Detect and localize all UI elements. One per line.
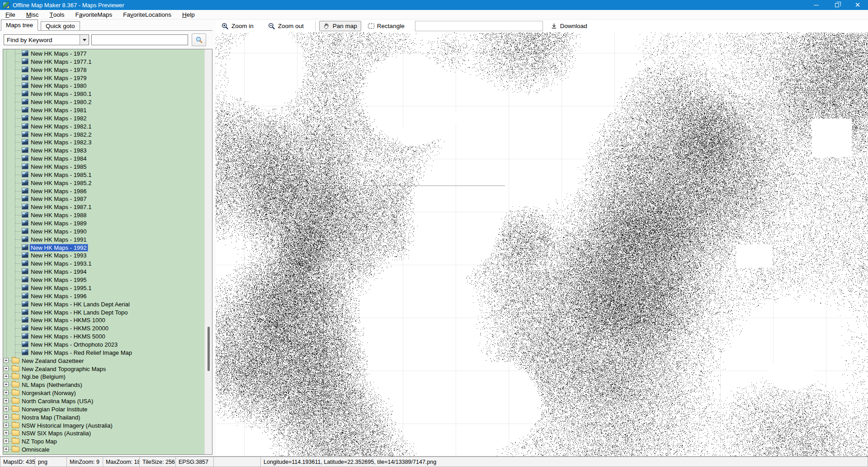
tree-item[interactable]: New HK Maps - 1992 (3, 243, 204, 252)
expand-plus-icon[interactable]: + (4, 358, 9, 363)
combo-arrow-button[interactable] (80, 35, 89, 45)
tree-item-label[interactable]: New HK Maps - 1995.1 (29, 284, 93, 292)
tree-item-label[interactable]: New HK Maps - 1982.2 (29, 131, 93, 138)
tree-item[interactable]: New HK Maps - 1987.1 (3, 203, 204, 211)
tree-item[interactable]: +NL Maps (Netherlands) (3, 381, 204, 389)
minimize-button[interactable] (806, 0, 826, 10)
tree-item-label[interactable]: New HK Maps - Orthophoto 2023 (29, 341, 119, 348)
tree-item[interactable]: New HK Maps - 1982.3 (3, 138, 204, 146)
tree-item-label[interactable]: New HK Maps - HKMS 5000 (29, 333, 107, 340)
tree-item-label[interactable]: NSW SIX Maps (Australia) (20, 429, 92, 437)
tree-item-label[interactable]: New HK Maps - 1991 (29, 236, 88, 243)
expand-plus-icon[interactable]: + (4, 423, 9, 428)
tree-item[interactable]: New HK Maps - 1980 (3, 81, 204, 90)
tree-item[interactable]: New HK Maps - HK Lands Dept Topo (3, 308, 204, 316)
tree-item-label[interactable]: New HK Maps - 1982.3 (29, 138, 93, 146)
tree-item[interactable]: New HK Maps - 1983 (3, 146, 204, 154)
tree-item[interactable]: +North Carolina Maps (USA) (3, 397, 204, 405)
tree-item[interactable]: New HK Maps - 1991 (3, 235, 204, 243)
keyword-filter-select[interactable]: Find by Keyword (4, 34, 89, 45)
tree-scrollbar[interactable] (204, 49, 212, 454)
tree-item-label[interactable]: New Zealand Topographic Maps (20, 365, 107, 373)
tree-item-label[interactable]: New HK Maps - 1993 (29, 252, 88, 259)
tree-item-label[interactable]: New HK Maps - HKMS 1000 (29, 316, 107, 324)
tree-item[interactable]: +Omniscale (3, 445, 204, 453)
tree-item[interactable]: New HK Maps - 1995 (3, 276, 204, 284)
tree-item[interactable]: New HK Maps - 1977 (3, 49, 204, 57)
zoom-in-button[interactable]: Zoom in (217, 21, 258, 32)
tree-item-label[interactable]: New HK Maps - 1983 (29, 147, 88, 154)
tree-item[interactable]: New HK Maps - Orthophoto 2023 (3, 340, 204, 348)
tree-item-label[interactable]: New HK Maps - 1984 (29, 155, 88, 162)
tree-item[interactable]: +NSW Historical Imagery (Australia) (3, 421, 204, 429)
tree-item[interactable]: New HK Maps - 1993 (3, 251, 204, 259)
tree-item[interactable]: +NZ Topo Map (3, 437, 204, 445)
toolbar-input[interactable] (415, 21, 543, 31)
tree-item[interactable]: +Ngi.be (Belgium) (3, 372, 204, 381)
tree-item-label[interactable]: NL Maps (Netherlands) (20, 381, 84, 389)
tree-item-label[interactable]: New HK Maps - 1986 (29, 187, 88, 195)
expand-plus-icon[interactable]: + (4, 406, 9, 411)
tree-item[interactable]: New HK Maps - 1985.1 (3, 171, 204, 179)
tree-item-label[interactable]: New HK Maps - 1985.2 (29, 179, 93, 187)
tree-item[interactable]: New HK Maps - 1994 (3, 267, 204, 276)
menu-item-favoritemaps[interactable]: FavoriteMaps (70, 10, 118, 19)
tree-item-label[interactable]: New HK Maps - 1994 (29, 268, 88, 276)
tree-item-label[interactable]: New HK Maps - 1987 (29, 195, 88, 203)
tree-item-label[interactable]: New HK Maps - 1996 (29, 292, 88, 300)
tree-item[interactable]: New HK Maps - 1982 (3, 114, 204, 122)
tree-item-label[interactable]: Ngi.be (Belgium) (20, 373, 67, 381)
tree-item-label[interactable]: New HK Maps - 1981 (29, 106, 88, 114)
tree-item-label[interactable]: New HK Maps - 1977.1 (29, 58, 93, 66)
tree-item[interactable]: New HK Maps - HKMS 20000 (3, 324, 204, 332)
tree-item-label-selected[interactable]: New HK Maps - 1992 (29, 244, 88, 252)
search-button[interactable] (192, 33, 206, 46)
tree-item-label[interactable]: New HK Maps - 1985.1 (29, 171, 93, 179)
tree-item-label[interactable]: New HK Maps - 1980.2 (29, 98, 93, 106)
tree-item[interactable]: New HK Maps - 1982.1 (3, 122, 204, 130)
tree-item-label[interactable]: New HK Maps - 1993.1 (29, 260, 93, 267)
expand-plus-icon[interactable]: + (4, 374, 9, 379)
close-button[interactable]: ✕ (847, 0, 868, 10)
menu-item-file[interactable]: File (0, 10, 21, 19)
tree-item-label[interactable]: NZ Topo Map (20, 438, 58, 445)
map-preview-area[interactable] (216, 33, 868, 456)
tree-item-label[interactable]: New HK Maps - HK Lands Dept Topo (29, 309, 129, 316)
tree-item[interactable]: +Norgeskart (Norway) (3, 389, 204, 397)
expand-plus-icon[interactable]: + (4, 382, 9, 387)
tab-maps-tree[interactable]: Maps tree (1, 19, 38, 31)
tab-quick-goto[interactable]: Quick goto (41, 21, 80, 31)
tree-item-label[interactable]: Norwegian Polar Institute (20, 405, 89, 413)
tree-item-label[interactable]: New HK Maps - 1982.1 (29, 123, 93, 130)
tree-item-label[interactable]: New HK Maps - 1995 (29, 276, 88, 284)
tree-item[interactable]: New HK Maps - HKMS 1000 (3, 316, 204, 324)
menu-item-tools[interactable]: Tools (44, 10, 70, 19)
tree-item[interactable]: New HK Maps - 1990 (3, 227, 204, 235)
tree-item[interactable]: New HK Maps - 1980.2 (3, 98, 204, 106)
menu-item-favoritelocations[interactable]: FavoriteLocations (118, 10, 177, 19)
tree-item-label[interactable]: New HK Maps - 1989 (29, 219, 88, 227)
menu-item-misc[interactable]: Misc (21, 10, 44, 19)
tree-item[interactable]: New HK Maps - 1977.1 (3, 57, 204, 66)
restore-button[interactable] (826, 0, 847, 10)
tree-item[interactable]: New HK Maps - 1989 (3, 219, 204, 227)
tree-item[interactable]: New HK Maps - 1995.1 (3, 284, 204, 292)
tree-item-label[interactable]: New HK Maps - HK Lands Dept Aerial (29, 300, 131, 308)
tree-item[interactable]: New HK Maps - 1981 (3, 106, 204, 114)
tree-item[interactable]: New HK Maps - 1985 (3, 162, 204, 171)
tree-item-label[interactable]: North Carolina Maps (USA) (20, 397, 94, 405)
tree-item[interactable]: New HK Maps - HK Lands Dept Aerial (3, 300, 204, 308)
tree-item-label[interactable]: New HK Maps - 1980 (29, 82, 88, 90)
tree-item-label[interactable]: New HK Maps - 1985 (29, 163, 88, 171)
tree-item-label[interactable]: New HK Maps - 1979 (29, 74, 88, 82)
expand-plus-icon[interactable]: + (4, 447, 9, 452)
tree-item[interactable]: New HK Maps - HKMS 5000 (3, 332, 204, 340)
expand-plus-icon[interactable]: + (4, 390, 9, 395)
tree-item[interactable]: +Nostra Map (Thailand) (3, 413, 204, 421)
tree-item[interactable]: New HK Maps - Red Relief Image Map (3, 348, 204, 357)
tree-item[interactable]: +Norwegian Polar Institute (3, 405, 204, 413)
tree-item[interactable]: New HK Maps - 1979 (3, 74, 204, 82)
zoom-out-button[interactable]: Zoom out (264, 21, 308, 32)
tree-item[interactable]: New HK Maps - 1986 (3, 187, 204, 195)
expand-plus-icon[interactable]: + (4, 398, 9, 403)
